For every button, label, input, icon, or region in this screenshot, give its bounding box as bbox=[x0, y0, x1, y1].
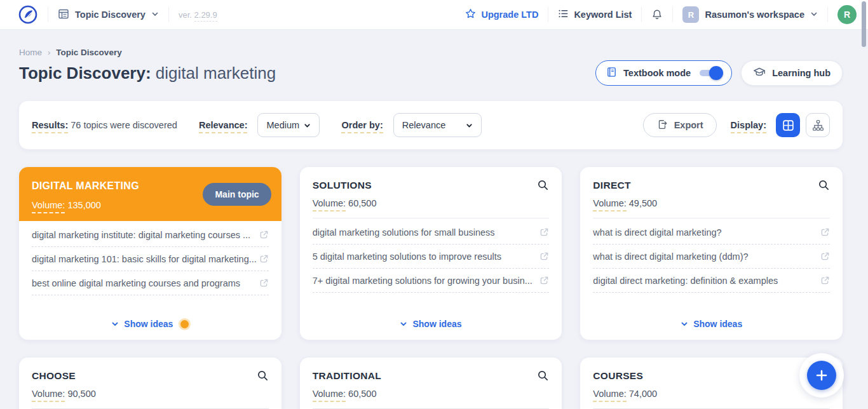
idea-text: best online digital marketing courses an… bbox=[32, 278, 247, 288]
order-by-select[interactable]: Relevance bbox=[393, 113, 482, 137]
topic-card-title: COURSES bbox=[593, 370, 643, 382]
graduation-cap-icon bbox=[753, 66, 766, 81]
external-link-icon[interactable] bbox=[820, 276, 830, 285]
export-button[interactable]: Export bbox=[643, 113, 717, 137]
topic-cards-row: DIGITAL MARKETING Volume: 135,000 Main t… bbox=[19, 167, 843, 340]
external-link-icon[interactable] bbox=[539, 227, 549, 237]
topic-cards-row: CHOOSE Volume: 90,500 TRADITIONAL bbox=[19, 358, 843, 409]
page-title: Topic Discovery: digital marketing bbox=[19, 62, 276, 84]
volume-label: Volume: bbox=[32, 200, 65, 213]
nav-divider bbox=[672, 7, 673, 22]
topic-volume: Volume: 74,000 bbox=[593, 389, 830, 399]
fab-halo bbox=[799, 353, 844, 398]
topic-card-title: DIRECT bbox=[593, 180, 631, 191]
volume-label: Volume: bbox=[313, 198, 346, 211]
plus-icon bbox=[815, 368, 829, 382]
topic-volume: Volume: 49,500 bbox=[593, 198, 830, 208]
textbook-mode-label: Textbook mode bbox=[623, 68, 691, 78]
search-icon[interactable] bbox=[537, 370, 549, 382]
app-logo-icon[interactable] bbox=[18, 4, 38, 25]
export-icon bbox=[656, 119, 668, 132]
page-root: Topic Discovery ver. 2.29.9 Upgrade LTD bbox=[0, 0, 868, 409]
textbook-mode-toggle[interactable]: Textbook mode bbox=[595, 60, 732, 86]
topic-card: SOLUTIONS Volume: 60,500 digital marketi… bbox=[300, 167, 562, 340]
volume-label: Volume: bbox=[593, 198, 626, 211]
idea-text: digital direct marketing: definition & e… bbox=[593, 276, 784, 286]
search-icon[interactable] bbox=[537, 179, 549, 191]
external-link-icon[interactable] bbox=[820, 251, 830, 261]
idea-item[interactable]: digital marketing institute: digital mar… bbox=[32, 223, 269, 247]
app-selector-dropdown[interactable]: Topic Discovery bbox=[58, 8, 159, 22]
results-summary: Results: 76 topics were discovered bbox=[32, 120, 177, 130]
show-ideas-button[interactable]: Show ideas bbox=[400, 319, 461, 329]
nav-divider bbox=[827, 7, 828, 22]
volume-value: 74,000 bbox=[629, 389, 657, 399]
external-link-icon[interactable] bbox=[259, 278, 269, 288]
idea-item[interactable]: what is direct digital marketing? bbox=[593, 220, 830, 245]
notifications-bell-icon[interactable] bbox=[651, 9, 663, 20]
nav-divider bbox=[641, 7, 642, 22]
add-topic-button[interactable] bbox=[807, 361, 836, 390]
show-ideas-button[interactable]: Show ideas bbox=[681, 319, 742, 329]
external-link-icon[interactable] bbox=[539, 276, 549, 285]
idea-text: 7+ digital marketing solutions for growi… bbox=[313, 276, 539, 286]
display-grid-view-button[interactable] bbox=[776, 113, 800, 137]
topic-card-title: CHOOSE bbox=[32, 370, 76, 382]
idea-item[interactable]: digital marketing solutions for small bu… bbox=[313, 220, 550, 245]
chevron-down-icon bbox=[304, 122, 311, 129]
topic-card-title: DIGITAL MARKETING bbox=[32, 180, 139, 192]
topic-card-title: SOLUTIONS bbox=[313, 180, 372, 191]
user-avatar[interactable]: R bbox=[837, 5, 857, 24]
chevron-down-icon bbox=[151, 10, 159, 20]
topic-card-header: DIGITAL MARKETING Volume: 135,000 Main t… bbox=[19, 167, 281, 221]
idea-item[interactable]: digital marketing 101: basic skills for … bbox=[32, 247, 269, 271]
topic-card-title: TRADITIONAL bbox=[313, 370, 381, 382]
volume-value: 60,500 bbox=[348, 198, 376, 208]
chevron-down-icon bbox=[681, 320, 688, 328]
idea-text: digital marketing institute: digital mar… bbox=[32, 230, 257, 240]
topic-card-header: TRADITIONAL Volume: 60,500 bbox=[300, 358, 562, 399]
main-topic-badge: Main topic bbox=[203, 183, 271, 206]
chevron-down-icon bbox=[111, 320, 119, 328]
idea-text: what is direct digital marketing? bbox=[593, 227, 728, 238]
upgrade-ltd-link[interactable]: Upgrade LTD bbox=[465, 8, 538, 21]
topic-volume: Volume: 60,500 bbox=[313, 198, 550, 208]
external-link-icon[interactable] bbox=[539, 251, 549, 261]
toggle-switch-on[interactable] bbox=[700, 70, 721, 76]
breadcrumb: Home › Topic Discovery bbox=[19, 48, 843, 57]
app-version: ver. 2.29.9 bbox=[179, 10, 217, 20]
topic-card: TRADITIONAL Volume: 60,500 bbox=[300, 358, 562, 409]
external-link-icon[interactable] bbox=[259, 230, 269, 239]
external-link-icon[interactable] bbox=[820, 227, 830, 237]
relevance-label: Relevance: bbox=[199, 120, 248, 130]
idea-text: digital marketing 101: basic skills for … bbox=[32, 254, 259, 264]
idea-item[interactable]: 7+ digital marketing solutions for growi… bbox=[313, 269, 550, 293]
breadcrumb-home[interactable]: Home bbox=[19, 48, 42, 57]
chevron-down-icon bbox=[400, 320, 407, 328]
topic-volume: Volume: 90,500 bbox=[32, 389, 269, 399]
relevance-select[interactable]: Medium bbox=[257, 113, 320, 137]
idea-item[interactable]: what is direct digital marketing (ddm)? bbox=[593, 245, 830, 269]
workspace-selector[interactable]: R Rasumon's workspace bbox=[682, 6, 818, 23]
show-ideas-button[interactable]: Show ideas bbox=[111, 319, 189, 329]
main-content: Home › Topic Discovery Topic Discovery: … bbox=[0, 48, 868, 409]
book-icon bbox=[606, 67, 617, 79]
scrollbar-thumb[interactable] bbox=[862, 1, 866, 47]
search-icon[interactable] bbox=[818, 179, 830, 191]
display-tree-view-button[interactable] bbox=[806, 113, 830, 137]
topic-card-header: CHOOSE Volume: 90,500 bbox=[19, 358, 281, 399]
idea-item[interactable]: 5 digital marketing solutions to improve… bbox=[313, 245, 550, 269]
idea-text: 5 digital marketing solutions to improve… bbox=[313, 251, 508, 262]
volume-value: 49,500 bbox=[629, 198, 657, 208]
grid-view-icon bbox=[782, 119, 794, 131]
card-divider bbox=[313, 218, 550, 218]
keyword-list-link[interactable]: Keyword List bbox=[558, 8, 632, 21]
search-icon[interactable] bbox=[257, 370, 269, 382]
idea-item[interactable]: best online digital marketing courses an… bbox=[32, 271, 269, 295]
idea-item[interactable]: digital direct marketing: definition & e… bbox=[593, 269, 830, 293]
learning-hub-button[interactable]: Learning hub bbox=[741, 60, 843, 86]
learning-hub-label: Learning hub bbox=[772, 68, 831, 78]
topic-card-header: DIRECT Volume: 49,500 bbox=[580, 167, 843, 208]
star-icon bbox=[465, 8, 476, 21]
external-link-icon[interactable] bbox=[259, 254, 269, 264]
